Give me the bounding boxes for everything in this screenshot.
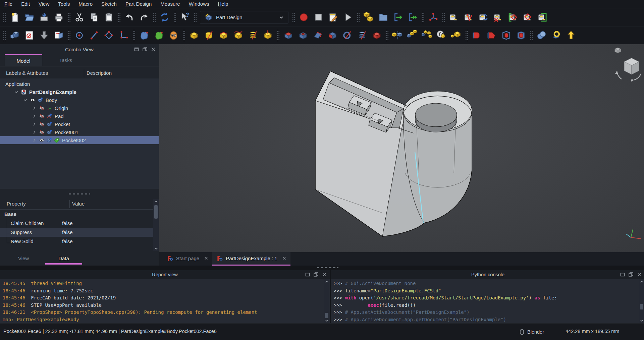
menu-edit[interactable]: Edit bbox=[17, 0, 34, 8]
scroll-thumb[interactable] bbox=[640, 304, 643, 309]
measure-toggle-all-button[interactable] bbox=[505, 10, 520, 25]
validate-sketch-button[interactable] bbox=[51, 28, 66, 43]
open-file-button[interactable] bbox=[22, 10, 37, 25]
navigation-style-selector[interactable]: Blender bbox=[519, 327, 544, 337]
cut-button[interactable] bbox=[72, 10, 87, 25]
print-button[interactable] bbox=[51, 10, 66, 25]
additive-primitive-button[interactable] bbox=[260, 28, 275, 43]
toolbar-grip[interactable] bbox=[385, 30, 388, 41]
cad-model[interactable] bbox=[307, 62, 488, 243]
pocket-button[interactable] bbox=[281, 28, 296, 43]
revolution-button[interactable] bbox=[201, 28, 216, 43]
paste-button[interactable] bbox=[101, 10, 116, 25]
tree-item-pocket001[interactable]: Pocket001 bbox=[0, 128, 159, 136]
minimize-icon[interactable] bbox=[305, 272, 310, 277]
toolbar-grip[interactable] bbox=[530, 30, 533, 41]
toolbar-grip[interactable] bbox=[465, 30, 468, 41]
measure-toggle-3d-button[interactable] bbox=[520, 10, 535, 25]
expander-closed-icon[interactable] bbox=[31, 105, 38, 111]
tree-property-splitter[interactable] bbox=[0, 189, 159, 199]
sub-shape-binder-button[interactable] bbox=[151, 28, 166, 43]
menu-macro[interactable]: Macro bbox=[74, 0, 97, 8]
toolbar-grip[interactable] bbox=[132, 30, 135, 41]
linear-pattern-button[interactable] bbox=[405, 28, 419, 43]
report-scrollbar[interactable] bbox=[324, 279, 329, 323]
document-tab-partdesignexample-1[interactable]: PartDesignExample : 1 bbox=[212, 252, 290, 266]
multi-transform-button[interactable] bbox=[434, 28, 449, 43]
datum-line-button[interactable] bbox=[87, 28, 101, 43]
property-row-suppress[interactable]: Suppressfalse bbox=[0, 228, 154, 237]
scroll-down-icon[interactable] bbox=[153, 246, 159, 251]
tree-item-partdesignexample[interactable]: PartDesignExample bbox=[0, 88, 159, 96]
toolbar-grip[interactable] bbox=[117, 12, 120, 23]
toolbar-grip[interactable] bbox=[3, 12, 6, 23]
python-scrollbar[interactable] bbox=[639, 279, 644, 323]
save-button[interactable] bbox=[37, 10, 51, 25]
subtractive-primitive-button[interactable] bbox=[369, 28, 384, 43]
placement-button[interactable] bbox=[426, 10, 440, 25]
toolbar-grip[interactable] bbox=[276, 30, 279, 41]
refresh-button[interactable] bbox=[157, 10, 172, 25]
scroll-up-icon[interactable] bbox=[639, 279, 644, 284]
property-value[interactable]: false bbox=[59, 228, 73, 237]
measure-angular-button[interactable] bbox=[461, 10, 476, 25]
macro-record-button[interactable] bbox=[296, 10, 311, 25]
macro-edit-button[interactable] bbox=[326, 10, 340, 25]
whats-this-button[interactable] bbox=[177, 10, 192, 25]
expander-closed-icon[interactable] bbox=[31, 129, 38, 135]
expander-closed-icon[interactable] bbox=[31, 121, 38, 127]
toolbar-grip[interactable] bbox=[442, 12, 445, 23]
float-icon[interactable] bbox=[142, 47, 148, 52]
menu-windows[interactable]: Windows bbox=[184, 0, 214, 8]
scroll-down-icon[interactable] bbox=[639, 318, 644, 323]
create-sketch-button[interactable] bbox=[22, 28, 37, 43]
close-icon[interactable] bbox=[151, 47, 156, 52]
toolbar-grip[interactable] bbox=[421, 12, 424, 23]
toolbar-grip[interactable] bbox=[182, 30, 185, 41]
python-console-log[interactable]: >>> # Gui.ActiveDocument=None>>> filenam… bbox=[331, 279, 644, 323]
export-all-button[interactable] bbox=[405, 10, 420, 25]
pad-button[interactable] bbox=[186, 28, 201, 43]
expander-open-icon[interactable] bbox=[21, 97, 29, 103]
menu-part-design[interactable]: Part Design bbox=[121, 0, 156, 8]
create-part-button[interactable] bbox=[361, 10, 376, 25]
toolbar-grip[interactable] bbox=[173, 12, 176, 23]
property-value[interactable]: false bbox=[59, 219, 73, 228]
menu-sketch[interactable]: Sketch bbox=[97, 0, 121, 8]
tab-data[interactable]: Data bbox=[45, 253, 82, 264]
navigation-cube[interactable] bbox=[611, 46, 644, 86]
datum-plane-button[interactable] bbox=[101, 28, 116, 43]
measure-refresh-button[interactable] bbox=[476, 10, 490, 25]
tree-item-body[interactable]: Body bbox=[0, 96, 159, 104]
chamfer-button[interactable] bbox=[484, 28, 499, 43]
tree-header-divider[interactable] bbox=[84, 69, 84, 77]
toolbar-grip[interactable] bbox=[3, 30, 6, 41]
polar-pattern-button[interactable] bbox=[419, 28, 434, 43]
menu-view[interactable]: View bbox=[34, 0, 54, 8]
new-document-button[interactable] bbox=[7, 10, 22, 25]
tab-model[interactable]: Model bbox=[5, 54, 42, 66]
close-icon[interactable] bbox=[322, 272, 327, 277]
measure-toggle-dimensions-button[interactable] bbox=[535, 10, 549, 25]
toolbar-grip[interactable] bbox=[67, 30, 70, 41]
minimize-icon[interactable] bbox=[134, 47, 139, 52]
panel-splitter[interactable] bbox=[0, 266, 644, 270]
tree-item-pocket002[interactable]: Pocket002 bbox=[0, 136, 159, 144]
tree-item-application[interactable]: Application bbox=[0, 80, 159, 88]
scroll-up-icon[interactable] bbox=[153, 199, 159, 204]
property-row-claim-children[interactable]: Claim Childrenfalse bbox=[0, 219, 154, 228]
toolbar-grip[interactable] bbox=[292, 12, 295, 23]
create-body-button[interactable] bbox=[7, 28, 22, 43]
tab-tasks[interactable]: Tasks bbox=[47, 54, 85, 66]
toolbar-grip[interactable] bbox=[194, 12, 197, 23]
create-group-button[interactable] bbox=[376, 10, 390, 25]
macro-play-button[interactable] bbox=[340, 10, 355, 25]
viewport-3d[interactable] bbox=[159, 44, 644, 252]
subtractive-helix-button[interactable] bbox=[355, 28, 369, 43]
copy-button[interactable] bbox=[87, 10, 101, 25]
property-scrollbar[interactable] bbox=[153, 199, 159, 251]
datum-point-button[interactable] bbox=[72, 28, 87, 43]
minimize-icon[interactable] bbox=[620, 272, 625, 277]
toolbar-grip[interactable] bbox=[357, 12, 360, 23]
involute-gear-button[interactable] bbox=[549, 28, 564, 43]
